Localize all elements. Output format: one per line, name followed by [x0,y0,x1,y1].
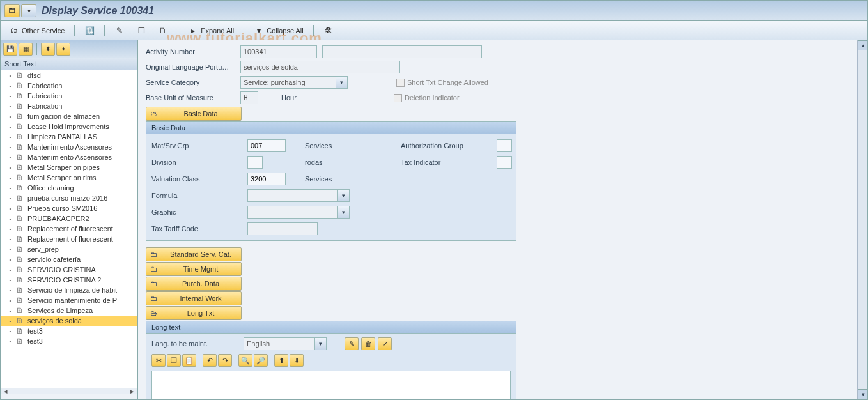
tree-item[interactable]: •🗎dfsd [1,70,137,81]
folder-icon: 🗀 [146,295,160,302]
document-icon: 🗎 [16,173,25,182]
auth-group-field[interactable] [497,139,512,152]
tree-item[interactable]: •🗎Servicio de limpieza de habit [1,285,137,295]
tree-item[interactable]: •🗎servicio cafetería [1,254,137,265]
link-button[interactable]: ✦ [56,43,70,56]
long-text-editor[interactable] [151,371,511,399]
find-button[interactable]: 🔍 [238,354,252,367]
tree-item[interactable]: •🗎Fabrication [1,101,137,111]
tax-indicator-field[interactable] [497,156,512,169]
bullet-icon: • [7,288,13,293]
chevron-down-icon[interactable]: ▾ [338,189,350,202]
graphic-combo[interactable]: ▾ [247,206,350,219]
tree-item[interactable]: •🗎Serviços de Limpeza [1,305,137,316]
delete-text-button[interactable]: 🗑 [361,337,375,350]
drawer-time-mgmt[interactable]: 🗀 Time Mgmt [146,262,242,276]
document-icon: 🗎 [16,71,25,80]
tree-item[interactable]: •🗎Mantenimiento Ascensores [1,152,137,162]
division-field[interactable] [247,156,263,169]
tree-item[interactable]: •🗎Lease Hold improvements [1,121,137,132]
collapse-icon: ▾ [254,26,264,36]
chevron-down-icon[interactable]: ▾ [338,206,350,219]
tree-item[interactable]: •🗎Replacement of fluorescent [1,224,137,234]
download-icon: ⬇ [294,357,300,365]
tree-item[interactable]: •🗎SERVICIO CRISTINA [1,265,137,275]
undo-button[interactable]: ↶ [203,354,217,367]
tree-item[interactable]: •🗎PRUEBAKACPER2 [1,213,137,224]
tree-item-label: Serviços de Limpeza [27,307,93,314]
tree-item[interactable]: •🗎Fabrication [1,81,137,91]
resize-handle[interactable]: ⋯⋯ [1,394,137,399]
expand-all-button[interactable]: ▸ Expand All [183,24,238,38]
tree-item[interactable]: •🗎Replacement of fluorescent [1,234,137,244]
copy-button[interactable]: ❐ [132,24,151,38]
dropdown-icon[interactable]: ▾ [21,4,36,17]
find-next-button[interactable]: 🔎 [254,354,268,367]
tree-item[interactable]: •🗎Fabrication [1,91,137,101]
upload-button[interactable]: ⬆ [274,354,288,367]
tree[interactable]: •🗎dfsd•🗎Fabrication•🗎Fabrication•🗎Fabric… [1,70,137,388]
redo-button[interactable]: ↷ [218,354,232,367]
bullet-icon: • [7,277,13,283]
mat-srv-grp-field[interactable] [247,139,286,152]
copy-text-button[interactable]: ❐ [167,354,181,367]
tree-item[interactable]: •🗎Mantenimiento Ascensores [1,142,137,152]
lang-combo[interactable]: ▾ [244,337,327,350]
document-icon: 🗎 [16,142,25,151]
tax-tariff-field[interactable] [247,222,318,235]
drawer-basic-data[interactable]: 🗁 Basic Data [146,107,242,121]
chevron-down-icon[interactable]: ▾ [315,337,327,350]
content-vscroll[interactable]: ▴ ▾ [857,40,867,399]
tree-item[interactable]: •🗎Prueba curso SM2016 [1,203,137,213]
tree-item[interactable]: •🗎Metal Scraper on pipes [1,162,137,173]
drawer-internal-work[interactable]: 🗀 Internal Work [146,291,242,305]
activity-number-field[interactable] [240,45,317,58]
tree-item[interactable]: •🗎prueba curso marzo 2016 [1,193,137,203]
edit-button[interactable]: ✎ [110,24,129,38]
folder-icon: 🗀 [146,265,160,273]
bullet-icon: • [7,328,13,334]
scroll-down-icon[interactable]: ▾ [858,389,868,399]
valuation-class-field[interactable] [247,173,286,185]
tree-item[interactable]: •🗎Servicio mantenimiento de P [1,295,137,305]
tree-item[interactable]: •🗎fumigacion de almacen [1,111,137,121]
bullet-icon: • [7,236,13,242]
tree-item[interactable]: •🗎test3 [1,336,137,346]
tree-item[interactable]: •🗎SERVICIO CRISTINA 2 [1,275,137,285]
settings-button[interactable]: 🛠 [319,24,338,38]
download-button[interactable]: ⬇ [290,354,304,367]
content: Activity Number Original Language Portu…… [138,40,857,399]
other-service-button[interactable]: 🗂 Other Service [4,24,69,38]
hierarchy-button[interactable]: ⬍ [41,43,55,56]
drawer-long-txt[interactable]: 🗁 Long Txt [146,306,242,320]
chevron-down-icon[interactable]: ▾ [336,76,348,89]
paste-button[interactable]: 📋 [182,354,196,367]
tree-item[interactable]: •🗎test3 [1,326,137,336]
bullet-icon: • [7,318,13,324]
save-button[interactable]: 💾 [3,43,17,56]
tree-item[interactable]: •🗎serviços de solda [1,316,137,326]
cut-button[interactable]: ✂ [151,354,166,367]
tree-item[interactable]: •🗎Office cleaning [1,183,137,193]
base-uom-code[interactable] [240,91,258,104]
refresh-button[interactable]: 🔃 [80,24,99,38]
pencil-icon: ✎ [114,26,125,36]
new-button[interactable]: 🗋 [153,24,173,38]
original-language-field[interactable] [240,61,400,73]
collapse-all-button[interactable]: ▾ Collapse All [249,24,307,38]
tree-item[interactable]: •🗎Metal Scraper on rims [1,173,137,183]
tree-item[interactable]: •🗎serv_prep [1,244,137,254]
formula-combo[interactable]: ▾ [247,189,350,202]
grid-button[interactable]: ▦ [19,43,33,56]
tree-item-label: serviços de solda [27,317,82,325]
service-category-label: Service Category [146,79,235,86]
drawer-std-serv-cat[interactable]: 🗀 Standard Serv. Cat. [146,247,242,261]
document-icon: 🗎 [16,296,25,305]
scroll-up-icon[interactable]: ▴ [858,40,868,50]
service-category-combo[interactable]: ▾ [240,76,348,89]
tree-item[interactable]: •🗎Limpieza PANTALLAS [1,132,137,142]
fullscreen-button[interactable]: ⤢ [378,337,392,350]
bullet-icon: • [7,206,13,212]
drawer-purch-data[interactable]: 🗀 Purch. Data [146,277,242,291]
edit-text-button[interactable]: ✎ [345,337,359,350]
